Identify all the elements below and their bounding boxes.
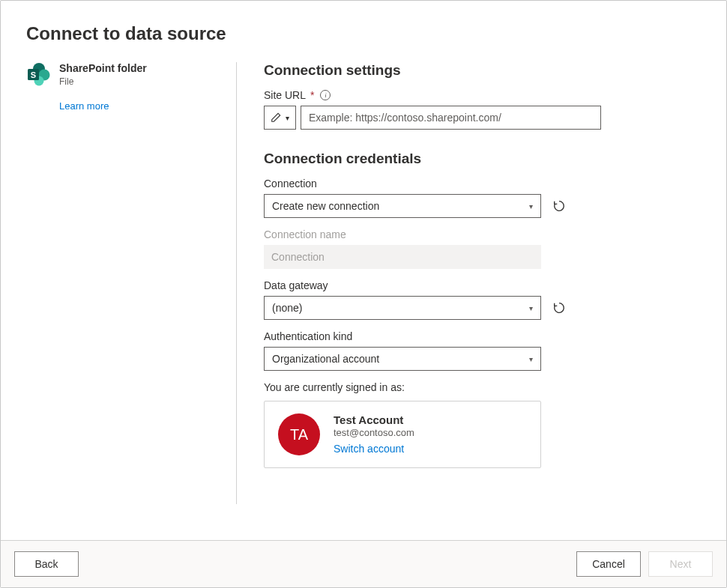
account-email: test@contoso.com (334, 427, 414, 438)
auth-row: Organizational account ▾ (264, 347, 701, 371)
signed-in-label: You are currently signed in as: (264, 381, 701, 393)
chevron-down-icon: ▾ (529, 304, 533, 312)
gateway-label: Data gateway (264, 279, 701, 291)
pencil-icon (271, 112, 281, 123)
auth-value: Organizational account (272, 353, 379, 365)
columns: S SharePoint folder File Learn more Conn… (26, 62, 701, 540)
connection-name-value: Connection (271, 251, 325, 263)
left-column: S SharePoint folder File Learn more (26, 62, 236, 540)
avatar: TA (278, 413, 320, 455)
switch-account-link[interactable]: Switch account (334, 443, 404, 455)
dialog-title: Connect to data source (26, 23, 701, 44)
gateway-value: (none) (272, 302, 302, 314)
connection-label: Connection (264, 178, 701, 190)
chevron-down-icon: ▾ (529, 202, 533, 210)
url-mode-dropdown[interactable]: ▾ (264, 106, 296, 130)
connection-select[interactable]: Create new connection ▾ (264, 194, 541, 218)
gateway-select[interactable]: (none) ▾ (264, 296, 541, 320)
sharepoint-icon: S (26, 62, 50, 86)
connect-datasource-dialog: Connect to data source S SharePoint fold… (0, 0, 727, 588)
right-column: Connection settings Site URL * i ▾ Con (237, 62, 701, 540)
site-url-label: Site URL * i (264, 89, 701, 101)
connection-value: Create new connection (272, 200, 379, 212)
connection-row: Create new connection ▾ (264, 194, 701, 218)
next-button: Next (648, 551, 713, 577)
connection-name-input: Connection (264, 245, 541, 269)
gateway-row: (none) ▾ (264, 296, 701, 320)
learn-more-link[interactable]: Learn more (59, 100, 109, 112)
auth-label: Authentication kind (264, 330, 701, 342)
auth-select[interactable]: Organizational account ▾ (264, 347, 541, 371)
account-card: TA Test Account test@contoso.com Switch … (264, 401, 541, 468)
site-url-row: ▾ (264, 106, 601, 130)
refresh-connection-button[interactable] (552, 198, 567, 213)
dialog-body: Connect to data source S SharePoint fold… (1, 1, 726, 540)
required-asterisk: * (310, 89, 314, 101)
site-url-label-text: Site URL (264, 89, 306, 101)
connection-name-label: Connection name (264, 228, 701, 240)
account-details: Test Account test@contoso.com Switch acc… (334, 413, 414, 455)
source-text: SharePoint folder File (59, 62, 147, 87)
dialog-footer: Back Cancel Next (1, 540, 726, 587)
chevron-down-icon: ▾ (286, 114, 289, 122)
info-icon[interactable]: i (320, 90, 331, 100)
account-name: Test Account (334, 413, 414, 426)
back-button[interactable]: Back (14, 551, 79, 577)
chevron-down-icon: ▾ (529, 355, 533, 363)
source-subtype: File (59, 76, 147, 87)
source-summary: S SharePoint folder File (26, 62, 218, 87)
cancel-button[interactable]: Cancel (576, 551, 641, 577)
refresh-gateway-button[interactable] (552, 300, 567, 315)
settings-heading: Connection settings (264, 62, 701, 79)
refresh-icon (552, 301, 566, 315)
credentials-heading: Connection credentials (264, 151, 701, 167)
source-name: SharePoint folder (59, 62, 147, 75)
refresh-icon (552, 199, 566, 213)
site-url-input[interactable] (301, 106, 601, 130)
footer-right: Cancel Next (576, 551, 713, 577)
svg-text:S: S (31, 70, 36, 79)
